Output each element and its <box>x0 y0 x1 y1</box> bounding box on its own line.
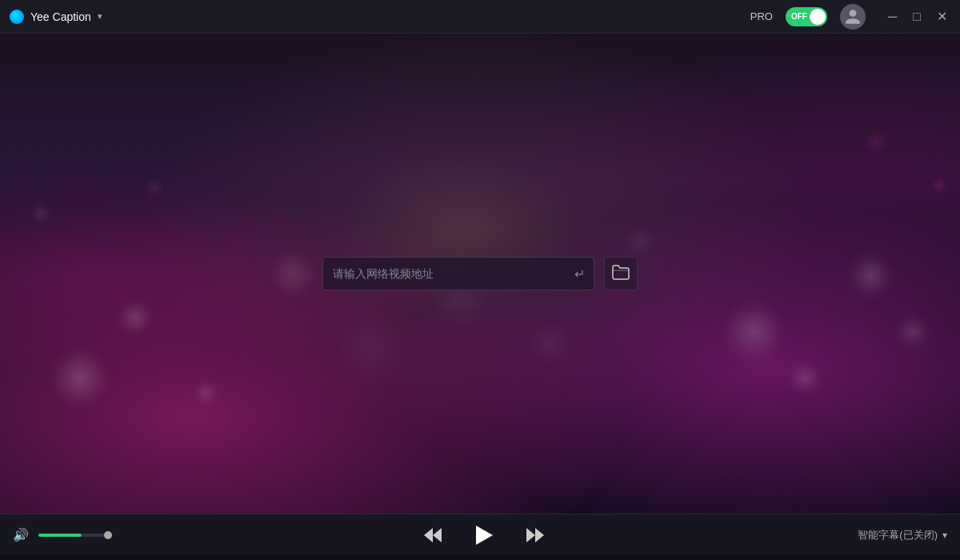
minimize-button[interactable]: ─ <box>885 9 900 25</box>
folder-open-button[interactable] <box>604 257 638 290</box>
pro-label: PRO <box>750 10 773 22</box>
rewind-icon <box>424 528 442 542</box>
volume-slider[interactable] <box>38 534 110 537</box>
url-area: ↵ <box>322 257 638 290</box>
app-menu-dropdown[interactable]: ▾ <box>98 11 102 22</box>
bottom-bar: 🔊 智能字幕(已关闭) ▾ <box>0 514 960 555</box>
title-bar-right: PRO OFF ─ □ ✕ <box>750 4 950 30</box>
volume-fill <box>38 534 82 537</box>
url-input[interactable] <box>322 257 594 290</box>
toggle-knob <box>810 9 826 25</box>
rewind-button[interactable] <box>421 525 445 546</box>
folder-icon <box>611 264 630 284</box>
title-bar: Yee Caption ▾ PRO OFF ─ □ ✕ <box>0 0 960 34</box>
url-submit-button[interactable]: ↵ <box>571 265 588 283</box>
url-input-wrapper: ↵ <box>322 257 594 290</box>
toggle-text: OFF <box>791 12 807 21</box>
maximize-button[interactable]: □ <box>910 9 924 25</box>
bottom-strip <box>0 555 960 560</box>
playback-controls <box>120 521 848 550</box>
app-title: Yee Caption <box>30 10 91 23</box>
forward-icon <box>526 528 544 542</box>
window-controls: ─ □ ✕ <box>885 9 950 25</box>
user-avatar[interactable] <box>840 4 866 30</box>
forward-button[interactable] <box>523 525 547 546</box>
pro-toggle[interactable]: OFF <box>786 7 827 26</box>
play-icon <box>474 524 494 546</box>
user-icon <box>844 8 862 26</box>
volume-knob <box>104 531 112 539</box>
caption-dropdown-arrow[interactable]: ▾ <box>942 530 947 541</box>
main-content: ↵ <box>0 34 960 514</box>
app-logo <box>10 10 24 24</box>
play-button[interactable] <box>470 521 498 550</box>
caption-status: 智能字幕(已关闭) ▾ <box>858 528 947 542</box>
caption-status-text: 智能字幕(已关闭) <box>858 528 938 542</box>
volume-icon[interactable]: 🔊 <box>13 527 29 542</box>
close-button[interactable]: ✕ <box>934 9 950 25</box>
